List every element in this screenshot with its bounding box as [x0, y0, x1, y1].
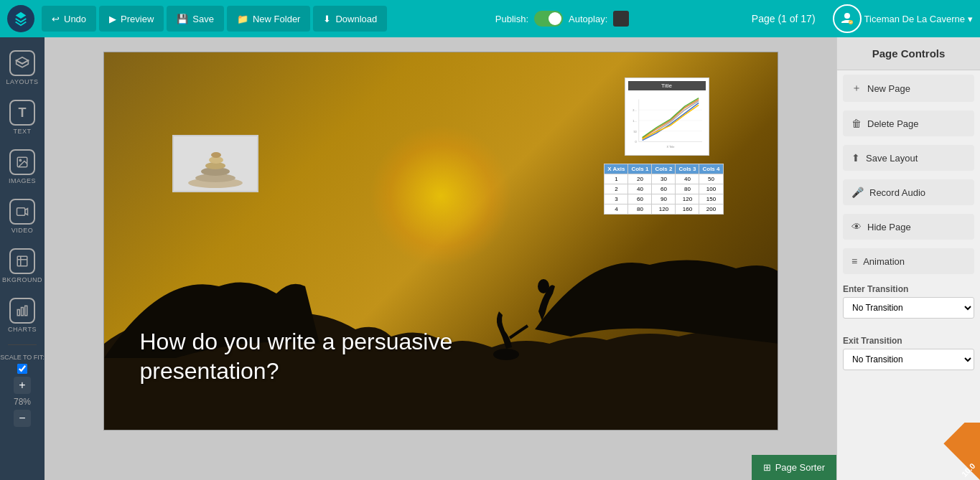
save-icon: 💾 — [177, 14, 188, 24]
panel-title: Page Controls — [837, 37, 980, 70]
grid-icon: ⊞ — [763, 462, 771, 473]
sidebar-item-video[interactable]: VIDEO — [3, 193, 42, 240]
scale-label: SCALE TO FIT: — [0, 354, 45, 361]
hide-page-button[interactable]: 👁 Hide Page — [843, 214, 974, 240]
left-sidebar: LAYOUTS T TEXT IMAGES VIDEO — [0, 37, 45, 480]
right-sidebar: Page Controls ＋ New Page 🗑 Delete Page ⬆… — [836, 37, 980, 480]
user-menu[interactable]: Ticeman De La Caverne ▾ — [864, 14, 973, 24]
publish-section: Publish: Autoplay: — [495, 11, 629, 27]
exit-transition-section: Exit Transition No TransitionFadeSlide L… — [837, 330, 980, 376]
charts-icon — [9, 298, 35, 324]
svg-text:50: 50 — [633, 130, 637, 133]
stones-image[interactable] — [172, 135, 258, 192]
svg-text:0: 0 — [635, 140, 637, 143]
scale-section: SCALE TO FIT: + 78% − — [0, 354, 45, 427]
svg-rect-6 — [17, 310, 19, 316]
bkground-icon — [9, 248, 35, 274]
page-info: Page (1 of 17) — [752, 13, 816, 24]
video-icon — [9, 199, 35, 225]
publish-toggle[interactable] — [534, 11, 563, 27]
canvas-area: Title 0 50 1... 2... X Title — [45, 37, 836, 480]
table-row: 480120160200 — [605, 204, 723, 215]
sidebar-item-images[interactable]: IMAGES — [3, 143, 42, 190]
download-icon: ⬇ — [323, 14, 331, 24]
preview-button[interactable]: ▶ Preview — [99, 6, 164, 32]
eye-icon: 👁 — [851, 221, 862, 232]
chevron-down-icon: ▾ — [968, 14, 973, 24]
play-icon: ▶ — [109, 14, 116, 24]
autoplay-toggle[interactable] — [613, 11, 629, 27]
sidebar-item-text[interactable]: T TEXT — [3, 94, 42, 141]
sidebar-item-layouts[interactable]: LAYOUTS — [3, 44, 42, 91]
table-overlay[interactable]: X Axis Cols 1 Cols 2 Cols 3 Cols 4 12030… — [604, 164, 723, 215]
svg-rect-5 — [17, 256, 27, 266]
svg-rect-8 — [25, 306, 27, 316]
undo-icon: ↩ — [52, 14, 60, 24]
autoplay-label: Autoplay: — [569, 14, 607, 24]
zoom-in-button[interactable]: + — [14, 377, 31, 394]
enter-transition-label: Enter Transition — [843, 284, 974, 294]
trash-icon: 🗑 — [851, 118, 862, 129]
new-folder-button[interactable]: 📁 New Folder — [227, 6, 310, 32]
table-row: 120304050 — [605, 174, 723, 184]
scale-checkbox[interactable] — [17, 364, 27, 374]
enter-transition-section: Enter Transition No TransitionFadeSlide … — [837, 278, 980, 324]
svg-text:2...: 2... — [633, 108, 636, 112]
chart-title: Title — [628, 81, 706, 90]
svg-point-0 — [844, 13, 850, 19]
exit-transition-label: Exit Transition — [843, 336, 974, 346]
upload-icon: ⬆ — [851, 152, 860, 164]
exit-transition-select[interactable]: No TransitionFadeSlide LeftSlide RightZo… — [843, 349, 974, 370]
download-button[interactable]: ⬇ Download — [313, 6, 387, 32]
app-logo — [7, 5, 34, 32]
enter-transition-select[interactable]: No TransitionFadeSlide LeftSlide RightZo… — [843, 297, 974, 319]
images-icon — [9, 149, 35, 175]
chart-overlay[interactable]: Title 0 50 1... 2... X Title — [625, 77, 709, 156]
folder-icon: 📁 — [237, 14, 248, 24]
save-button[interactable]: 💾 Save — [167, 6, 224, 32]
record-audio-button[interactable]: 🎤 Record Audio — [843, 179, 974, 205]
main-area: LAYOUTS T TEXT IMAGES VIDEO — [0, 37, 980, 480]
zoom-out-button[interactable]: − — [14, 410, 31, 427]
svg-point-10 — [538, 279, 549, 293]
svg-point-16 — [211, 152, 221, 158]
new-page-button[interactable]: ＋ New Page — [843, 75, 974, 102]
text-icon: T — [9, 100, 35, 126]
user-avatar — [833, 4, 862, 33]
sidebar-item-charts[interactable]: CHARTS — [3, 292, 42, 339]
scale-value: 78% — [14, 397, 31, 407]
animation-icon: ≡ — [851, 255, 857, 267]
layouts-icon — [9, 50, 35, 76]
data-table: X Axis Cols 1 Cols 2 Cols 3 Cols 4 12030… — [604, 164, 723, 215]
publish-label: Publish: — [495, 14, 528, 24]
animation-button[interactable]: ≡ Animation — [843, 248, 974, 274]
sidebar-item-bkground[interactable]: BKGROUND — [3, 243, 42, 289]
svg-rect-4 — [17, 208, 25, 216]
svg-text:X Title: X Title — [666, 145, 674, 149]
svg-point-3 — [19, 159, 21, 161]
plus-icon: ＋ — [851, 82, 862, 95]
slide-text: How do you write a persuasive presentati… — [140, 327, 562, 387]
undo-button[interactable]: ↩ Undo — [42, 6, 96, 32]
page-sorter-button[interactable]: ⊞ Page Sorter — [752, 455, 836, 480]
table-row: 36090120150 — [605, 194, 723, 204]
svg-rect-7 — [22, 308, 24, 316]
delete-page-button[interactable]: 🗑 Delete Page — [843, 110, 974, 136]
slide-canvas[interactable]: Title 0 50 1... 2... X Title — [103, 52, 778, 430]
save-layout-button[interactable]: ⬆ Save Layout — [843, 145, 974, 171]
chart-svg: 0 50 1... 2... X Title — [628, 92, 706, 149]
svg-text:1...: 1... — [633, 119, 636, 123]
microphone-icon: 🎤 — [851, 187, 864, 198]
toolbar: ↩ Undo ▶ Preview 💾 Save 📁 New Folder ⬇ D… — [0, 0, 980, 37]
version-badge: 10.0 — [923, 423, 980, 480]
table-row: 2406080100 — [605, 184, 723, 194]
